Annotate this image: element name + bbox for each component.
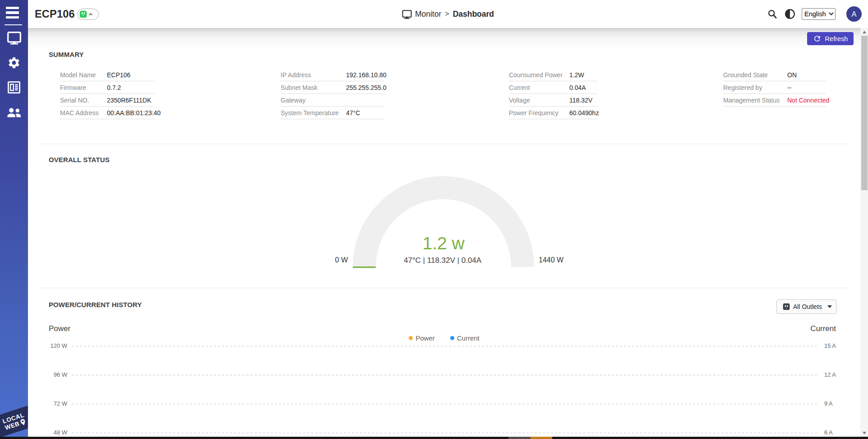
scroll-up-arrow-icon bbox=[863, 31, 866, 33]
overall-status-title: OVERALL STATUS bbox=[49, 156, 110, 163]
refresh-label: Refresh bbox=[825, 35, 848, 42]
sidebar-item-settings[interactable] bbox=[0, 54, 28, 72]
summary-label: Power Frequency bbox=[509, 109, 569, 117]
outlet-filter-button[interactable]: All Outlets bbox=[776, 299, 836, 314]
summary-row: Power Frequency60.0490hz bbox=[509, 107, 598, 119]
caret-down-icon bbox=[827, 305, 832, 308]
left-tick: 96 W bbox=[28, 371, 67, 378]
gauge-sub-label: 47°C | 118.32V | 0.04A bbox=[375, 256, 510, 265]
summary-row: Management StatusNot Connected bbox=[723, 94, 826, 107]
ecp106-dashboard: LOCAL WEB ECP106 bbox=[0, 0, 868, 439]
breadcrumb-section[interactable]: Monitor bbox=[415, 9, 441, 19]
summary-value: 1.2W bbox=[569, 71, 584, 79]
header-tools: English A bbox=[767, 0, 862, 28]
gauge-max-label: 1440 W bbox=[539, 256, 579, 264]
breadcrumb-page[interactable]: Dashboard bbox=[453, 9, 494, 19]
left-tick: 48 W bbox=[28, 429, 67, 436]
sidebar-item-logs[interactable] bbox=[0, 78, 28, 96]
summary-value: ON bbox=[787, 71, 797, 79]
summary-label: IP Address bbox=[281, 71, 346, 79]
logs-newspaper-icon bbox=[8, 81, 20, 93]
header-shadow bbox=[28, 28, 860, 50]
left-tick: 120 W bbox=[28, 342, 67, 349]
gridline bbox=[72, 404, 819, 404]
sidebar-item-users[interactable] bbox=[0, 103, 28, 121]
summary-row: Grounded StateON bbox=[723, 69, 826, 81]
summary-label: Counsumed Power bbox=[509, 71, 569, 79]
users-icon bbox=[7, 107, 21, 118]
summary-row: Counsumed Power1.2W bbox=[509, 69, 598, 81]
monitor-icon bbox=[7, 32, 21, 45]
summary-label: System Temperature bbox=[281, 109, 346, 117]
scrollbar-up-button[interactable] bbox=[860, 28, 868, 36]
sidebar-item-monitor[interactable] bbox=[0, 29, 28, 47]
summary-row: System Temperature47°C bbox=[281, 107, 384, 119]
scrollbar-thumb[interactable] bbox=[861, 36, 868, 190]
scroll-down-arrow-icon bbox=[863, 432, 866, 434]
refresh-icon bbox=[813, 34, 822, 43]
summary-value: 0.04A bbox=[569, 84, 586, 91]
section-divider bbox=[38, 144, 849, 144]
summary-row: Firmware0.7.2 bbox=[60, 81, 155, 94]
refresh-button[interactable]: Refresh bbox=[807, 32, 854, 45]
summary-column-power: Counsumed Power1.2W Current0.04A Voltage… bbox=[509, 69, 598, 119]
gridline bbox=[72, 433, 819, 433]
language-select[interactable]: English bbox=[802, 8, 836, 20]
summary-value: 255.255.255.0 bbox=[346, 84, 387, 91]
summary-column-management: Grounded StateON Registered by-- Managem… bbox=[723, 69, 826, 107]
summary-label: MAC Address bbox=[60, 109, 107, 117]
summary-value: 2350R6F111DK bbox=[107, 97, 151, 104]
right-tick: 9 A bbox=[824, 400, 851, 407]
menu-icon[interactable] bbox=[6, 7, 19, 19]
summary-row: Gateway bbox=[281, 94, 384, 107]
summary-value: 00:AA:BB:01:23:40 bbox=[107, 109, 161, 117]
breadcrumb: Monitor > Dashboard bbox=[28, 0, 868, 28]
contrast-icon bbox=[785, 9, 795, 19]
main-content: Refresh SUMMARY Model NameECP106 Firmwar… bbox=[28, 28, 860, 439]
summary-label: Current bbox=[509, 84, 569, 91]
summary-value: ECP106 bbox=[107, 71, 130, 79]
avatar[interactable]: A bbox=[846, 6, 862, 22]
summary-row: Current0.04A bbox=[509, 81, 598, 94]
right-tick: 15 A bbox=[824, 342, 851, 349]
dark-mode-toggle[interactable] bbox=[785, 9, 795, 19]
summary-label: Subnet Mask bbox=[281, 84, 346, 91]
power-gauge bbox=[353, 176, 535, 268]
location-pin-icon bbox=[19, 418, 27, 426]
gauge-min-label: 0 W bbox=[312, 256, 348, 264]
summary-column-network: IP Address192.168.10.80 Subnet Mask255.2… bbox=[281, 69, 384, 119]
gridline bbox=[72, 375, 819, 375]
outlet-icon bbox=[783, 303, 790, 310]
chart-legend: Power Current bbox=[28, 334, 860, 342]
summary-value-alert: Not Connected bbox=[787, 97, 829, 104]
scrollbar[interactable] bbox=[860, 28, 868, 437]
taskbar-segment-orange bbox=[531, 437, 552, 439]
summary-label: Firmware bbox=[60, 84, 107, 91]
summary-row: Serial NO.2350R6F111DK bbox=[60, 94, 155, 107]
left-tick: 72 W bbox=[28, 400, 67, 407]
summary-row: Voltage118.32V bbox=[509, 94, 598, 107]
legend-item-power[interactable]: Power bbox=[409, 334, 435, 342]
legend-label: Power bbox=[416, 334, 435, 342]
summary-label: Model Name bbox=[60, 71, 107, 79]
legend-item-current[interactable]: Current bbox=[450, 334, 480, 342]
summary-row: Model NameECP106 bbox=[60, 69, 155, 81]
scrollbar-down-button[interactable] bbox=[860, 429, 868, 437]
search-button[interactable] bbox=[767, 9, 778, 19]
settings-gear-icon bbox=[7, 56, 21, 70]
summary-value: 118.32V bbox=[569, 97, 592, 104]
summary-value: 0.7.2 bbox=[107, 84, 121, 91]
search-icon bbox=[767, 9, 778, 19]
summary-label: Serial NO. bbox=[60, 97, 107, 104]
avatar-initial: A bbox=[851, 10, 856, 19]
summary-value: 47°C bbox=[346, 109, 360, 117]
summary-row: Subnet Mask255.255.255.0 bbox=[281, 81, 384, 94]
legend-label: Current bbox=[457, 334, 480, 342]
summary-label: Registered by bbox=[723, 84, 787, 91]
summary-label: Grounded State bbox=[723, 71, 787, 79]
taskbar-segment-gray bbox=[508, 437, 531, 439]
summary-row: MAC Address00:AA:BB:01:23:40 bbox=[60, 107, 155, 119]
right-axis-title: Current bbox=[795, 324, 836, 333]
legend-dot-current bbox=[450, 336, 454, 340]
outlet-filter-label: All Outlets bbox=[793, 303, 822, 310]
